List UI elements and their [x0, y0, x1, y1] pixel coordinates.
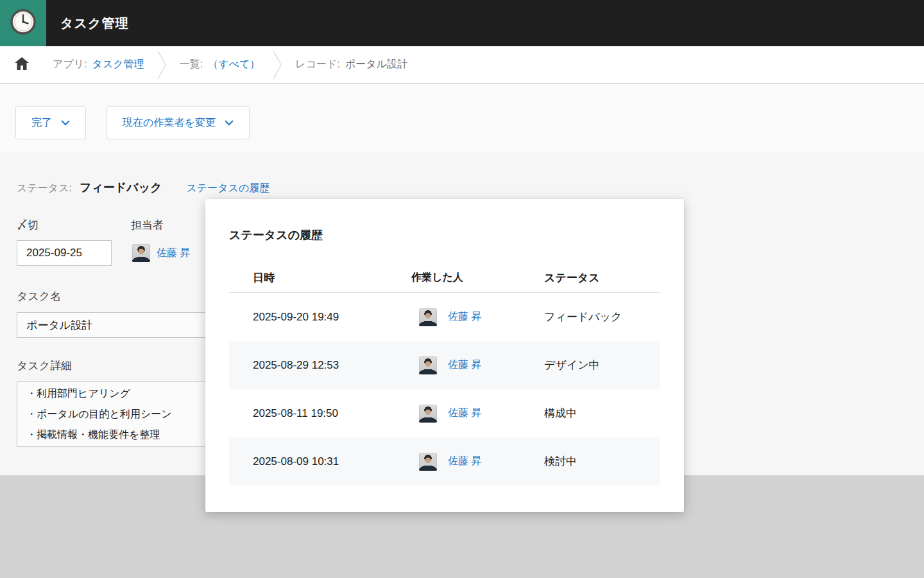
history-table-header: 日時 作業した人 ステータス	[229, 263, 660, 293]
task-detail-line: ・利用部門ヒアリング	[26, 383, 130, 404]
history-worker-cell: 佐藤 昇	[411, 356, 544, 374]
home-icon	[15, 57, 29, 73]
task-detail-line: ・ポータルの目的と利用シーン	[26, 404, 172, 425]
history-worker-cell: 佐藤 昇	[411, 308, 544, 326]
breadcrumb-list-link[interactable]: （すべて）	[208, 58, 260, 71]
popup-title: ステータスの履歴	[229, 227, 323, 243]
history-row: 2025-08-09 10:31 佐藤 昇 検討中	[229, 437, 660, 486]
screen: タスク管理 アプリ: タスク管理 一覧: （すべて） レコード: ポータル	[0, 0, 924, 578]
chevron-right-icon	[273, 50, 282, 80]
history-worker-cell: 佐藤 昇	[411, 453, 544, 471]
history-status: 構成中	[544, 406, 660, 421]
avatar	[419, 356, 437, 374]
history-status: 検討中	[544, 454, 660, 469]
clock-icon	[8, 7, 38, 39]
status-history-link[interactable]: ステータスの履歴	[186, 182, 270, 195]
avatar	[419, 308, 437, 326]
breadcrumb: アプリ: タスク管理 一覧: （すべて） レコード: ポータル設計	[0, 46, 924, 83]
worker-link[interactable]: 佐藤 昇	[448, 407, 481, 420]
history-datetime: 2025-08-29 12:53	[229, 359, 411, 372]
breadcrumb-app-link[interactable]: タスク管理	[92, 58, 144, 71]
history-datetime: 2025-08-09 10:31	[229, 455, 411, 468]
app-title: タスク管理	[60, 15, 128, 32]
status-row: ステータス: フィードバック ステータスの履歴	[17, 180, 270, 195]
breadcrumb-app-label: アプリ:	[53, 58, 87, 71]
history-table: 日時 作業した人 ステータス 2025-09-20 19:49 佐藤 昇 フィー…	[229, 263, 660, 486]
breadcrumb-app: アプリ: タスク管理	[53, 58, 144, 71]
app-header: タスク管理	[0, 0, 924, 46]
status-value: フィードバック	[80, 180, 162, 195]
history-row: 2025-08-29 12:53 佐藤 昇 デザイン中	[229, 341, 660, 389]
chevron-down-icon	[61, 117, 70, 128]
complete-action-label: 完了	[31, 116, 52, 130]
toolbar: 完了 現在の作業者を変更	[0, 84, 924, 154]
history-datetime: 2025-09-20 19:49	[229, 311, 411, 324]
breadcrumb-list: 一覧: （すべて）	[180, 58, 261, 71]
status-history-popup: ステータスの履歴 日時 作業した人 ステータス 2025-09-20 19:49…	[205, 199, 684, 512]
history-table-body: 2025-09-20 19:49 佐藤 昇 フィードバック 2025-08-29…	[229, 293, 660, 486]
worker-link[interactable]: 佐藤 昇	[448, 310, 481, 324]
chevron-down-icon	[225, 117, 234, 128]
breadcrumb-list-label: 一覧:	[180, 58, 203, 71]
task-name-label: タスク名	[17, 289, 61, 304]
worker-link[interactable]: 佐藤 昇	[448, 358, 481, 372]
history-row: 2025-08-11 19:50 佐藤 昇 構成中	[229, 389, 660, 437]
worker-link[interactable]: 佐藤 昇	[448, 455, 481, 468]
avatar	[132, 244, 150, 262]
column-header-datetime: 日時	[229, 270, 411, 285]
history-datetime: 2025-08-11 19:50	[229, 407, 411, 420]
task-detail-label: タスク詳細	[17, 358, 72, 373]
change-worker-button[interactable]: 現在の作業者を変更	[107, 106, 250, 139]
breadcrumb-record: レコード: ポータル設計	[295, 58, 407, 71]
history-worker-cell: 佐藤 昇	[411, 405, 544, 423]
app-logo[interactable]	[0, 0, 46, 46]
avatar	[419, 405, 437, 423]
avatar	[419, 453, 437, 471]
history-row: 2025-09-20 19:49 佐藤 昇 フィードバック	[229, 293, 660, 341]
breadcrumb-record-value: ポータル設計	[345, 58, 407, 71]
deadline-label: 〆切	[17, 218, 38, 232]
column-header-worker: 作業した人	[411, 271, 544, 285]
breadcrumb-record-label: レコード:	[295, 58, 340, 71]
deadline-value: 2025-09-25	[17, 240, 112, 266]
task-detail-line: ・掲載情報・機能要件を整理	[26, 425, 160, 445]
status-label: ステータス:	[17, 182, 72, 195]
chevron-right-icon	[157, 50, 167, 80]
column-header-status: ステータス	[544, 270, 660, 285]
assignee-label: 担当者	[131, 218, 164, 232]
complete-action-button[interactable]: 完了	[15, 106, 86, 139]
history-status: デザイン中	[544, 358, 660, 372]
history-status: フィードバック	[544, 310, 660, 324]
home-button[interactable]	[10, 53, 33, 76]
assignee-link[interactable]: 佐藤 昇	[157, 247, 190, 260]
change-worker-label: 現在の作業者を変更	[123, 116, 216, 130]
